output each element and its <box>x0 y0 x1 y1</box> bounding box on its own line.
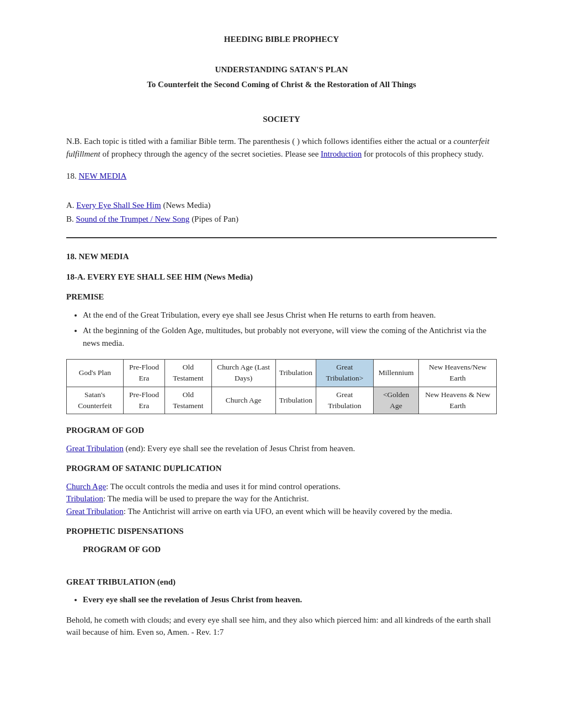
table-row-1: God's Plan Pre-Flood Era Old Testament C… <box>67 360 497 387</box>
every-eye-link[interactable]: Every Eye Shall See Him <box>76 201 161 210</box>
program-god-section: Great Tribulation (end): Every eye shall… <box>66 442 497 455</box>
item-a: A. Every Eye Shall See Him (News Media) <box>66 199 497 212</box>
prog-god2-container: PROGRAM OF GOD <box>83 543 497 556</box>
table-cell-r2c6: Great Tribulation <box>316 387 373 414</box>
scripture-text: Behold, he cometh with clouds; and every… <box>66 614 497 639</box>
main-title: HEEDING BIBLE PROPHECY <box>66 33 497 46</box>
great-trib-text: : The Antichrist will arrive on earth vi… <box>124 507 452 516</box>
nb-text3: for protocols of this prophecy study. <box>362 149 484 158</box>
tribulation-line: Tribulation: The media will be used to p… <box>66 493 497 505</box>
item18-prefix: 18. <box>66 172 79 180</box>
premise-heading: PREMISE <box>66 291 497 303</box>
item-b-text: (Pipes of Pan) <box>189 215 238 223</box>
prog-god2-heading: PROGRAM OF GOD <box>83 543 497 556</box>
great-trib-end-heading: GREAT TRIBULATION (end) <box>66 576 497 588</box>
table-cell-r2c2: Pre-Flood Era <box>123 387 164 414</box>
table-cell-r2c1: Satan's Counterfeit <box>67 387 124 414</box>
nb-text1: N.B. Each topic is titled with a familia… <box>66 137 454 146</box>
premise-bullet2: At the beginning of the Golden Age, mult… <box>83 324 497 349</box>
program-god-heading: PROGRAM OF GOD <box>66 424 497 437</box>
item18-section: 18. NEW MEDIA <box>66 170 497 183</box>
satanic-dup-section: Church Age: The occult controls the medi… <box>66 480 497 518</box>
new-media-link[interactable]: NEW MEDIA <box>79 172 127 180</box>
table-cell-r1c7: Millennium <box>373 360 419 387</box>
bullet-bold-text: Every eye shall see the revelation of Je… <box>83 595 302 604</box>
item-b-prefix: B. <box>66 215 76 223</box>
great-trib-line: Great Tribulation: The Antichrist will a… <box>66 505 497 518</box>
table-row-2: Satan's Counterfeit Pre-Flood Era Old Te… <box>67 387 497 414</box>
tribulation-link[interactable]: Tribulation <box>66 494 103 503</box>
program-god-text: (end): Every eye shall see the revelatio… <box>124 444 355 453</box>
table-cell-r1c8: New Heavens/New Earth <box>419 360 497 387</box>
item-a-text: (News Media) <box>161 201 211 210</box>
item-b: B. Sound of the Trumpet / New Song (Pipe… <box>66 213 497 226</box>
table-cell-r2c8: New Heavens & New Earth <box>419 387 497 414</box>
great-trib-link[interactable]: Great Tribulation <box>66 507 124 516</box>
premise-list: At the end of the Great Tribulation, eve… <box>83 309 497 350</box>
sub-title2: To Counterfeit the Second Coming of Chri… <box>66 78 497 91</box>
church-age-text: : The occult controls the media and uses… <box>106 482 341 491</box>
great-trib-list: Every eye shall see the revelation of Je… <box>83 593 497 606</box>
church-age-line: Church Age: The occult controls the medi… <box>66 480 497 493</box>
table-cell-r1c1: God's Plan <box>67 360 124 387</box>
nb-paragraph: N.B. Each topic is titled with a familia… <box>66 135 497 160</box>
table-cell-r2c4: Church Age <box>211 387 275 414</box>
section18-heading: 18. NEW MEDIA <box>66 250 497 263</box>
section18a-heading: 18-A. EVERY EYE SHALL SEE HIM (News Medi… <box>66 271 497 283</box>
dispensation-table: God's Plan Pre-Flood Era Old Testament C… <box>66 359 497 414</box>
section-divider <box>66 237 497 238</box>
table-cell-r1c3: Old Testament <box>165 360 211 387</box>
table-cell-r1c6: Great Tribulation> <box>316 360 373 387</box>
nb-text2: of prophecy through the agency of the se… <box>100 149 321 158</box>
prophetic-heading: PROPHETIC DISPENSATIONS <box>66 525 497 538</box>
table-cell-r2c3: Old Testament <box>165 387 211 414</box>
tribulation-text: : The media will be used to prepare the … <box>103 494 309 503</box>
table-cell-r2c5: Tribulation <box>275 387 316 414</box>
church-age-link[interactable]: Church Age <box>66 482 106 491</box>
great-trib-bullet: Every eye shall see the revelation of Je… <box>83 593 497 606</box>
premise-bullet1: At the end of the Great Tribulation, eve… <box>83 309 497 322</box>
table-cell-r1c5: Tribulation <box>275 360 316 387</box>
sub-title: UNDERSTANDING SATAN'S PLAN <box>66 63 497 76</box>
page-container: HEEDING BIBLE PROPHECY UNDERSTANDING SAT… <box>33 0 530 688</box>
table-cell-r1c2: Pre-Flood Era <box>123 360 164 387</box>
satanic-dup-heading: PROGRAM OF SATANIC DUPLICATION <box>66 462 497 475</box>
sound-trumpet-link[interactable]: Sound of the Trumpet / New Song <box>76 215 190 223</box>
introduction-link[interactable]: Introduction <box>321 149 362 158</box>
item-a-prefix: A. <box>66 201 76 210</box>
table-cell-r2c7: <Golden Age <box>373 387 419 414</box>
great-tribulation-link1[interactable]: Great Tribulation <box>66 444 124 453</box>
section-label: SOCIETY <box>66 113 497 126</box>
table-cell-r1c4: Church Age (Last Days) <box>211 360 275 387</box>
